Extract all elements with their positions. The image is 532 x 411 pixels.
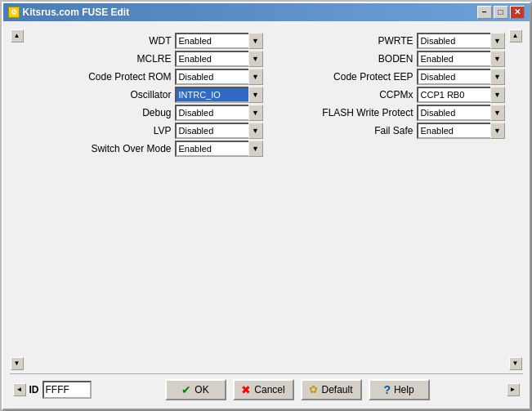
footer-buttons: ✔ OK ✖ Cancel ✿ Default ? Help [92,379,503,400]
mclre-select[interactable]: Enabled Disabled [175,51,263,67]
code-protect-rom-label: Code Protect ROM [88,71,171,83]
oscillator-row: Oscillator INTRC_IO INTRC EXTRC EXTRC_IO… [28,87,263,103]
code-protect-eep-label: Code Protect EEP [333,71,413,83]
switch-over-mode-wrapper: Enabled Disabled ▼ [175,141,263,157]
ok-icon: ✔ [181,383,191,396]
scroll-down-left[interactable]: ▼ [11,357,24,370]
pwrte-row: PWRTE Disabled Enabled ▼ [270,33,505,49]
form-content: WDT Enabled Disabled ▼ [25,28,508,372]
form-grid: WDT Enabled Disabled ▼ [28,33,505,159]
boden-label: BODEN [378,53,414,65]
help-icon: ? [383,383,391,396]
scroll-up-right[interactable]: ▲ [509,29,522,42]
ccpmx-row: CCPMx CCP1 RB0 CCP1 RB3 ▼ [270,87,505,103]
switch-over-mode-row: Switch Over Mode Enabled Disabled ▼ [28,141,263,157]
main-window: ⚙ Kitsrus.com FUSE Edit – □ ✕ ▲ ▼ [2,2,531,410]
fail-safe-select[interactable]: Enabled Disabled [417,123,505,139]
code-protect-rom-select[interactable]: Disabled Enabled [175,69,263,85]
close-button[interactable]: ✕ [510,6,525,19]
lvp-select[interactable]: Disabled Enabled [175,123,263,139]
title-bar-left: ⚙ Kitsrus.com FUSE Edit [8,7,130,18]
debug-select-wrapper: Disabled Enabled ▼ [175,105,263,121]
code-protect-eep-wrapper: Disabled Enabled ▼ [417,69,505,85]
cancel-icon: ✖ [241,383,251,396]
window-icon: ⚙ [8,7,20,18]
flash-write-protect-label: FLASH Write Protect [322,107,413,118]
wdt-row: WDT Enabled Disabled ▼ [28,33,263,49]
ccpmx-select[interactable]: CCP1 RB0 CCP1 RB3 [417,87,505,103]
minimize-button[interactable]: – [477,6,492,19]
window-body: ▲ ▼ WDT Enab [3,21,530,409]
ok-label: OK [194,384,208,395]
wdt-select[interactable]: Enabled Disabled [175,33,263,49]
title-bar: ⚙ Kitsrus.com FUSE Edit – □ ✕ [3,3,530,21]
code-protect-rom-wrapper: Disabled Enabled ▼ [175,69,263,85]
window-title: Kitsrus.com FUSE Edit [23,7,130,18]
fail-safe-select-wrapper: Enabled Disabled ▼ [417,123,505,139]
switch-over-mode-label: Switch Over Mode [91,143,171,154]
fail-safe-row: Fail Safe Enabled Disabled ▼ [270,123,505,139]
default-button[interactable]: ✿ Default [301,379,362,400]
boden-select[interactable]: Enabled Disabled [417,51,505,67]
default-label: Default [321,384,352,395]
cancel-label: Cancel [254,384,284,395]
fail-safe-label: Fail Safe [374,125,413,136]
title-bar-controls: – □ ✕ [477,6,525,19]
cancel-button[interactable]: ✖ Cancel [233,379,294,400]
debug-select[interactable]: Disabled Enabled [175,105,263,121]
pwrte-label: PWRTE [378,35,413,47]
flash-write-protect-row: FLASH Write Protect Disabled Write Prote… [270,105,505,121]
lvp-select-wrapper: Disabled Enabled ▼ [175,123,263,139]
oscillator-select[interactable]: INTRC_IO INTRC EXTRC EXTRC_IO HS XT LP [175,87,263,103]
flash-write-protect-select[interactable]: Disabled Write Protect All [417,105,505,121]
code-protect-eep-select[interactable]: Disabled Enabled [417,69,505,85]
scroll-down-right[interactable]: ▼ [509,357,522,370]
maximize-button[interactable]: □ [494,6,508,19]
footer-scroll-left: ◄ [13,383,26,396]
ccpmx-select-wrapper: CCP1 RB0 CCP1 RB3 ▼ [417,87,505,103]
footer-scroll-right: ► [507,383,520,396]
code-protect-eep-row: Code Protect EEP Disabled Enabled ▼ [270,69,505,85]
footer: ◄ ID ✔ OK ✖ Cancel ✿ Default ? [10,373,523,402]
left-column: WDT Enabled Disabled ▼ [28,33,263,159]
form-section: WDT Enabled Disabled ▼ [25,28,508,372]
mclre-select-wrapper: Enabled Disabled ▼ [175,51,263,67]
right-scrollbar: ▲ ▼ [508,28,523,372]
pwrte-select-wrapper: Disabled Enabled ▼ [417,33,505,49]
id-label: ID [29,384,39,395]
debug-row: Debug Disabled Enabled ▼ [28,105,263,121]
lvp-label: LVP [154,125,172,136]
boden-select-wrapper: Enabled Disabled ▼ [417,51,505,67]
oscillator-label: Oscillator [130,89,171,101]
ccpmx-label: CCPMx [379,89,413,101]
wdt-label: WDT [149,35,171,47]
footer-scroll-left-arrow[interactable]: ◄ [13,383,26,396]
help-label: Help [394,384,414,395]
boden-row: BODEN Enabled Disabled ▼ [270,51,505,67]
code-protect-rom-row: Code Protect ROM Disabled Enabled ▼ [28,69,263,85]
debug-label: Debug [142,107,171,118]
switch-over-mode-select[interactable]: Enabled Disabled [175,141,263,157]
left-scrollbar: ▲ ▼ [10,28,25,372]
scroll-up-left[interactable]: ▲ [11,29,24,42]
ok-button[interactable]: ✔ OK [165,379,226,400]
pwrte-select[interactable]: Disabled Enabled [417,33,505,49]
mclre-row: MCLRE Enabled Disabled ▼ [28,51,263,67]
right-column: PWRTE Disabled Enabled ▼ [270,33,505,159]
lvp-row: LVP Disabled Enabled ▼ [28,123,263,139]
footer-scroll-right-arrow[interactable]: ► [507,383,520,396]
wdt-select-wrapper: Enabled Disabled ▼ [175,33,263,49]
oscillator-select-wrapper: INTRC_IO INTRC EXTRC EXTRC_IO HS XT LP ▼ [175,87,263,103]
default-icon: ✿ [309,383,318,395]
flash-write-protect-wrapper: Disabled Write Protect All ▼ [417,105,505,121]
help-button[interactable]: ? Help [369,379,430,400]
id-input[interactable] [42,381,92,399]
mclre-label: MCLRE [136,53,171,65]
